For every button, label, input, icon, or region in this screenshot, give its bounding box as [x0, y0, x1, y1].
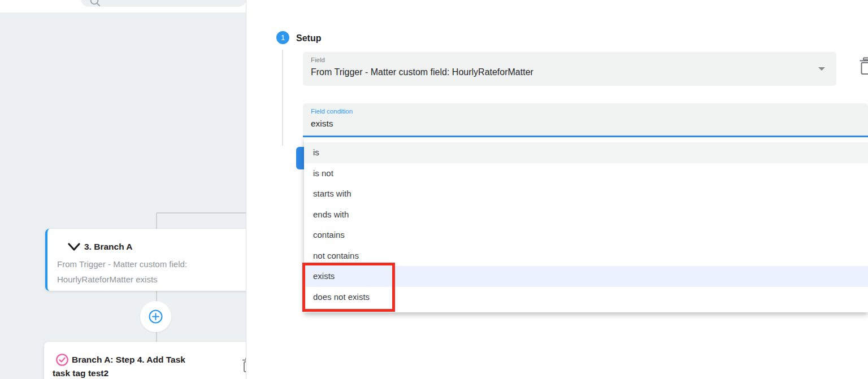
workflow-automation-screen: 3. Branch A From Trigger - Matter custom…	[0, 0, 868, 379]
branch-connector-horizontal	[157, 212, 246, 214]
search-icon	[89, 0, 101, 7]
field-value: From Trigger - Matter custom field: Hour…	[311, 67, 533, 77]
menu-option-exists[interactable]: exists	[304, 266, 868, 287]
branch-a-node-card[interactable]: 3. Branch A From Trigger - Matter custom…	[45, 229, 246, 291]
plus-circle-icon	[148, 309, 163, 324]
branch-connector-top	[156, 213, 157, 229]
field-label: Field	[311, 56, 325, 63]
field-condition-label: Field condition	[311, 108, 353, 115]
menu-option-contains[interactable]: contains	[304, 225, 868, 246]
branch-condition-line1: From Trigger - Matter custom field:	[57, 256, 187, 272]
menu-option-does-not-exists[interactable]: does not exists	[304, 287, 868, 308]
trash-icon[interactable]	[859, 57, 868, 75]
menu-option-is-not[interactable]: is not	[304, 163, 868, 184]
field-condition-select[interactable]: Field condition exists	[303, 103, 868, 137]
search-input[interactable]	[81, 0, 246, 7]
stepper-vertical-line	[282, 50, 283, 146]
menu-option-not-contains[interactable]: not contains	[304, 246, 868, 267]
branch-node-title: 3. Branch A	[84, 242, 133, 252]
task-step-node-card[interactable]: Branch A: Step 4. Add Task task tag test…	[44, 342, 246, 379]
canvas-background	[0, 12, 246, 379]
branch-connector-bottom	[156, 332, 157, 342]
chevron-down-icon[interactable]	[68, 243, 80, 251]
step-number-badge: 1	[276, 31, 289, 44]
field-select[interactable]: Field From Trigger - Matter custom field…	[303, 52, 836, 86]
field-condition-dropdown-menu: is is not starts with ends with contains…	[304, 137, 868, 312]
task-node-title: Branch A: Step 4. Add Task	[72, 355, 185, 365]
add-step-button[interactable]	[140, 301, 171, 332]
branch-condition-line2: HourlyRateforMatter exists	[57, 272, 187, 287]
setup-section-title: Setup	[296, 33, 321, 43]
workflow-canvas-panel: 3. Branch A From Trigger - Matter custom…	[0, 0, 246, 379]
trash-icon[interactable]	[241, 357, 246, 373]
menu-option-is[interactable]: is	[304, 142, 868, 163]
dropdown-arrow-icon[interactable]	[818, 67, 825, 71]
check-circle-icon	[55, 353, 69, 367]
task-node-subtitle: task tag test2	[53, 368, 108, 378]
menu-option-starts-with[interactable]: starts with	[304, 184, 868, 204]
field-condition-value: exists	[311, 119, 333, 129]
branch-node-condition: From Trigger - Matter custom field: Hour…	[57, 256, 187, 287]
menu-option-ends-with[interactable]: ends with	[304, 204, 868, 225]
